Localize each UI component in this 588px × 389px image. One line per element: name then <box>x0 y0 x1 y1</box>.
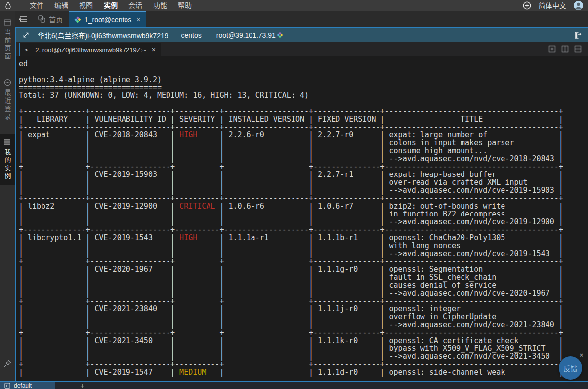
session-tab-bar: 首页 1_root@centos × <box>15 11 588 28</box>
tab-list-icon[interactable] <box>18 16 28 23</box>
user-avatar[interactable] <box>574 1 583 10</box>
terminal-line: | libcrypto1.1 | CVE-2019-1543 | HIGH | … <box>19 234 588 242</box>
terminal-line: | LIBRARY | VULNERABILITY ID | SEVERITY … <box>19 115 588 123</box>
terminal-line: Total: 37 (UNKNOWN: 0, LOW: 4, MEDIUM: 1… <box>19 91 588 99</box>
terminal-line: +--------------+------------------+-----… <box>19 226 588 234</box>
status-bar: default + <box>0 381 588 389</box>
pane-controls <box>542 45 588 53</box>
menu-items: 文件 编辑 视图 实例 会话 功能 帮助 <box>24 0 197 11</box>
terminal-line: | | CVE-2021-3450 | | | 1.1.1k-r0 | open… <box>19 337 588 345</box>
tab-home[interactable]: 首页 <box>32 11 69 27</box>
menu-bar: 文件 编辑 视图 实例 会话 功能 帮助 简体中文 <box>0 0 588 11</box>
sidebar-item-recent-logins[interactable]: 最近登录 <box>0 74 15 126</box>
close-terminal-tab-icon[interactable]: × <box>152 46 156 53</box>
tab-session-centos[interactable]: 1_root@centos × <box>69 11 146 27</box>
terminal-line: | | CVE-2021-23840 | | | 1.1.1j-r0 | ope… <box>19 305 588 313</box>
terminal-line: | | | | | | bypass with X509_V_FLAG_X509… <box>19 345 588 352</box>
terminal-line: +--------------+------------------+-----… <box>19 123 588 131</box>
terminal-line: | | | | | | -->avd.aquasec.com/nvd/cve-2… <box>19 289 588 297</box>
terminal-line: | | | | | | colons in input makes parser… <box>19 139 588 147</box>
menubar-right: 简体中文 <box>523 0 583 10</box>
terminal-line: | | | | | | causes denial of service | <box>19 281 588 289</box>
terminal-line: + +------------------+ + +--------------… <box>19 163 588 171</box>
terminal-line: | libbz2 | CVE-2019-12900 | CRITICAL | 1… <box>19 202 588 210</box>
centos-icon <box>74 16 81 23</box>
terminal-line: python:3.4-alpine (alpine 3.9.2) <box>19 76 588 84</box>
terminal-line: ed <box>19 60 588 68</box>
sidebar-item-label: 当前页面 <box>3 29 12 61</box>
menu-help[interactable]: 帮助 <box>172 0 197 11</box>
terminal-icon <box>4 383 10 389</box>
terminal-line: +--------------+------------------+-----… <box>19 107 588 115</box>
terminal-line: | | | | | | overflow in CipherUpdate | <box>19 313 588 321</box>
grid-icon <box>38 15 45 23</box>
menu-edit[interactable]: 编辑 <box>49 0 74 11</box>
sidebar-item-my-instances[interactable]: 我的实例 <box>0 134 15 185</box>
terminal-line: | | | | | | -->avd.aquasec.com/nvd/cve-2… <box>19 186 588 194</box>
session-panel: 华北6(乌兰察布)i-0jl63fhwmwsmwb9k7219 centos r… <box>15 28 588 381</box>
terminal-line: | | | | | | with long nonces | <box>19 242 588 250</box>
menu-session[interactable]: 会话 <box>123 0 148 11</box>
terminal-line: + +------------------+ + +--------------… <box>19 258 588 265</box>
add-terminal-button[interactable]: + <box>80 383 84 388</box>
sidebar: 当前页面 最近登录 我的实例 <box>0 11 15 381</box>
window-icon <box>4 19 11 26</box>
tab-home-label: 首页 <box>49 14 63 24</box>
terminal-line: + +------------------+----------+ +-----… <box>19 360 588 368</box>
main-area: 当前页面 最近登录 我的实例 <box>0 11 588 381</box>
terminal-line: | expat | CVE-2018-20843 | HIGH | 2.2.6-… <box>19 131 588 139</box>
close-tab-icon[interactable]: × <box>136 16 140 23</box>
content-area: 首页 1_root@centos × 华北6(乌兰察布)i-0jl63fhwmw… <box>15 11 588 381</box>
terminal-line: | | | | | | consume high amount... | <box>19 147 588 155</box>
status-tab-default[interactable]: default <box>0 382 55 389</box>
pin-icon[interactable] <box>3 360 11 368</box>
tab-terminal-session[interactable]: >_ 2. root@iZ0jl63fhwmwsmwb9k7219Z:~ × <box>19 43 161 56</box>
instance-name: 华北6(乌兰察布)i-0jl63fhwmwsmwb9k7219 <box>38 30 168 40</box>
menu-view[interactable]: 视图 <box>74 0 98 11</box>
chat-dots-icon <box>4 79 11 86</box>
terminal-tab-bar: >_ 2. root@iZ0jl63fhwmwsmwb9k7219Z:~ × <box>16 42 588 56</box>
terminal-line: | | | | | | fault in SSL_check_chain | <box>19 273 588 281</box>
expand-icon[interactable] <box>22 31 30 39</box>
feedback-button[interactable]: 反馈 <box>559 356 582 380</box>
sidebar-item-label: 我的实例 <box>3 149 12 180</box>
terminal-line <box>19 99 588 107</box>
terminal-line: + +------------------+ + +--------------… <box>19 329 588 337</box>
list-icon <box>4 139 11 145</box>
terminal-line: | | CVE-2019-15903 | | | 2.2.7-r1 | expa… <box>19 171 588 178</box>
menu-instance[interactable]: 实例 <box>98 0 123 11</box>
tab-session-label: 1_root@centos <box>84 16 131 24</box>
terminal-line: | | | | | | -->avd.aquasec.com/nvd/cve-2… <box>19 352 588 360</box>
logout-icon[interactable] <box>574 31 582 39</box>
new-pane-icon[interactable] <box>548 45 556 53</box>
terminal-line: | | | | | | -->avd.aquasec.com/nvd/cve-2… <box>19 155 588 163</box>
connection-bar: 华北6(乌兰察布)i-0jl63fhwmwsmwb9k7219 centos r… <box>16 28 588 42</box>
terminal-line: | | | | | | -->avd.aquasec.com/nvd/cve-2… <box>19 321 588 329</box>
feedback-label: 反馈 <box>564 363 578 373</box>
feedback-close-icon[interactable]: × <box>580 352 583 358</box>
terminal-line: | | | | | | over-read via crafted XML in… <box>19 178 588 186</box>
menu-features[interactable]: 功能 <box>148 0 172 11</box>
app-logo-icon[interactable] <box>5 1 11 10</box>
connection-user: root@39.101.73.91 <box>216 31 276 39</box>
sidebar-item-current-page[interactable]: 当前页面 <box>0 15 15 65</box>
menu-file[interactable]: 文件 <box>24 0 49 11</box>
terminal-line: | | | | | | -->avd.aquasec.com/nvd/cve-2… <box>19 218 588 226</box>
terminal-line <box>19 68 588 76</box>
split-vertical-icon[interactable] <box>561 45 569 53</box>
terminal-line: +--------------+------------------+-----… <box>19 194 588 202</box>
terminal-output[interactable]: edpython:3.4-alpine (alpine 3.9.2)======… <box>16 56 588 381</box>
status-tab-label: default <box>14 382 32 389</box>
centos-icon <box>277 32 283 38</box>
terminal-line: | | CVE-2019-1547 | MEDIUM | | 1.1.1d-r0… <box>19 368 588 376</box>
terminal-line: | | | | | | in function BZ2_decompress | <box>19 210 588 218</box>
sidebar-item-label: 最近登录 <box>3 89 12 121</box>
terminal-prompt-icon: >_ <box>25 47 31 53</box>
terminal-line: ================================ <box>19 84 588 91</box>
language-selector[interactable]: 简体中文 <box>539 0 566 10</box>
add-circle-icon[interactable] <box>523 1 531 10</box>
terminal-line: | | | | | | -->avd.aquasec.com/nvd/cve-2… <box>19 250 588 258</box>
terminal-line: + +------------------+ + +--------------… <box>19 297 588 305</box>
terminal-tab-label: 2. root@iZ0jl63fhwmwsmwb9k7219Z:~ <box>35 46 146 54</box>
split-horizontal-icon[interactable] <box>574 45 582 53</box>
